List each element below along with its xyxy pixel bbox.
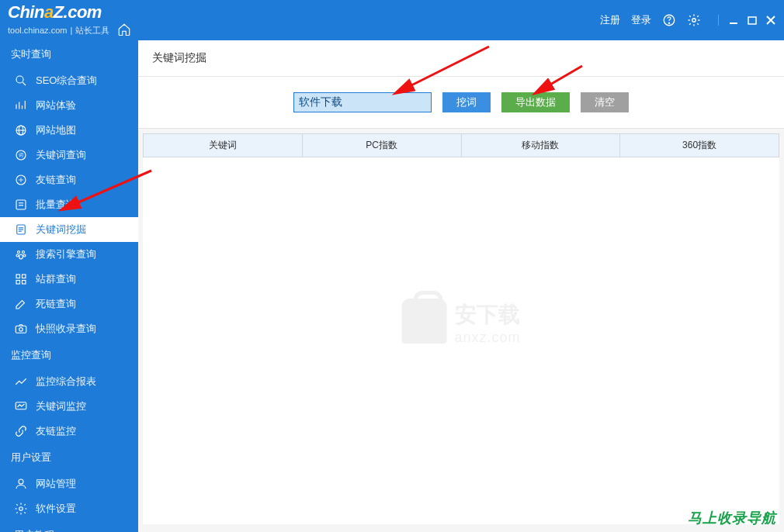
svg-rect-33 — [16, 281, 20, 285]
logo-subtitle: tool.chinaz.com | 站长工具 — [8, 22, 131, 39]
sidebar-item-label: 网站体验 — [36, 98, 76, 112]
register-link[interactable]: 注册 — [600, 13, 620, 27]
search-icon — [14, 74, 28, 88]
sidebar-item-label: 监控综合报表 — [36, 375, 96, 389]
sidebar-item-label: 关键词挖掘 — [36, 223, 86, 237]
svg-point-39 — [19, 507, 23, 511]
home-icon[interactable] — [117, 22, 131, 39]
svg-point-38 — [19, 479, 23, 484]
footer-nav-link[interactable]: 马上收录导航 — [688, 509, 776, 527]
sidebar-item-label: 死链查询 — [36, 297, 76, 311]
svg-point-27 — [23, 251, 25, 254]
settings-icon[interactable] — [687, 13, 701, 27]
sidebar: 实时查询 SEO综合查询 网站体验 网站地图 词关键词查询 友链查询 批量查询 … — [0, 40, 138, 532]
sidebar-item-search-engine[interactable]: 搜索引擎查询 — [0, 242, 138, 267]
sidebar-item-seo[interactable]: SEO综合查询 — [0, 68, 138, 93]
svg-rect-19 — [16, 200, 26, 209]
page-title: 关键词挖掘 — [138, 40, 784, 77]
link2-icon — [14, 424, 28, 438]
search-button[interactable]: 挖词 — [442, 92, 491, 112]
sidebar-item-software-settings[interactable]: 软件设置 — [0, 496, 138, 521]
sidebar-item-label: 网站地图 — [36, 123, 76, 137]
export-button[interactable]: 导出数据 — [501, 92, 570, 112]
svg-point-36 — [19, 328, 23, 332]
sidebar-item-sitemap[interactable]: 网站地图 — [0, 118, 138, 143]
sidebar-item-sitegroup[interactable]: 站群查询 — [0, 267, 138, 292]
watermark-en: anxz.com — [454, 330, 520, 346]
col-keyword[interactable]: 关键词 — [144, 134, 303, 157]
logo-text-suffix: Z.com — [54, 2, 102, 22]
sidebar-section-user: 用户设置 — [0, 444, 138, 472]
sidebar-item-label: 站群查询 — [36, 272, 76, 286]
document-icon — [14, 223, 28, 237]
sidebar-item-keyword-mining[interactable]: 关键词挖掘 — [0, 217, 138, 242]
chart-icon — [14, 375, 28, 389]
sidebar-item-label: 关键词监控 — [36, 399, 86, 413]
header-right: 注册 登录 — [600, 13, 776, 27]
user-icon — [14, 477, 28, 491]
svg-point-1 — [668, 22, 669, 23]
login-link[interactable]: 登录 — [631, 13, 651, 27]
monitor-icon — [14, 399, 28, 413]
svg-point-2 — [692, 19, 696, 22]
sidebar-section-monitor: 监控查询 — [0, 341, 138, 369]
col-pc-index[interactable]: PC指数 — [303, 134, 462, 157]
svg-point-26 — [18, 251, 20, 254]
gear-icon — [14, 502, 28, 516]
minimize-icon[interactable] — [728, 15, 739, 26]
svg-point-7 — [16, 76, 23, 83]
clear-button[interactable]: 清空 — [581, 92, 629, 112]
sidebar-item-batch[interactable]: 批量查询 — [0, 192, 138, 217]
sidebar-item-friendlink[interactable]: 友链查询 — [0, 168, 138, 192]
globe-icon — [14, 123, 28, 137]
main-content: 关键词挖掘 挖词 导出数据 清空 关键词 PC指数 移动指数 360指数 安下载… — [138, 40, 784, 532]
sidebar-item-experience[interactable]: 网站体验 — [0, 93, 138, 118]
svg-point-29 — [23, 254, 26, 257]
keyword-input[interactable] — [293, 92, 432, 112]
watermark: 安下载 anxz.com — [401, 299, 520, 347]
maximize-icon[interactable] — [747, 15, 758, 26]
table-header: 关键词 PC指数 移动指数 360指数 — [143, 133, 779, 157]
subtitle-text: 站长工具 — [75, 25, 109, 36]
sidebar-item-label: 批量查询 — [36, 198, 76, 212]
col-mobile-index[interactable]: 移动指数 — [462, 134, 621, 157]
sidebar-item-monitor-report[interactable]: 监控综合报表 — [0, 369, 138, 394]
sidebar-item-keyword-query[interactable]: 词关键词查询 — [0, 143, 138, 168]
sidebar-item-label: 快照收录查询 — [36, 322, 96, 336]
results-table: 关键词 PC指数 移动指数 360指数 安下载 anxz.com — [143, 133, 779, 524]
sidebar-item-snapshot[interactable]: 快照收录查询 — [0, 316, 138, 341]
sidebar-item-keyword-monitor[interactable]: 关键词监控 — [0, 394, 138, 419]
list-icon — [14, 198, 28, 212]
sidebar-section-realtime: 实时查询 — [0, 40, 138, 68]
svg-rect-35 — [16, 326, 26, 333]
sidebar-item-label: 软件设置 — [36, 502, 76, 516]
svg-point-30 — [19, 254, 23, 259]
table-body: 安下载 anxz.com — [143, 157, 779, 525]
svg-text:词: 词 — [19, 153, 23, 157]
edit-icon — [14, 297, 28, 311]
sidebar-item-label: 网站管理 — [36, 477, 76, 491]
sidebar-item-deadlink[interactable]: 死链查询 — [0, 292, 138, 316]
bars-icon — [14, 98, 28, 112]
close-icon[interactable] — [765, 15, 776, 26]
sidebar-item-label: 友链查询 — [36, 173, 76, 187]
lock-icon — [401, 299, 446, 344]
subdomain-text: tool.chinaz.com — [8, 26, 67, 35]
logo[interactable]: ChinaZ.com — [8, 2, 131, 22]
app-header: ChinaZ.com tool.chinaz.com | 站长工具 注册 登录 — [0, 0, 784, 40]
logo-text-prefix: Chin — [8, 2, 44, 22]
target-icon: 词 — [14, 148, 28, 162]
sidebar-item-label: 搜索引擎查询 — [36, 247, 96, 261]
sidebar-item-site-manage[interactable]: 网站管理 — [0, 472, 138, 496]
svg-point-28 — [16, 254, 19, 257]
paw-icon — [14, 247, 28, 261]
help-icon[interactable] — [662, 13, 676, 27]
camera-icon — [14, 322, 28, 336]
sidebar-item-friendlink-monitor[interactable]: 友链监控 — [0, 419, 138, 444]
toolbar: 挖词 导出数据 清空 — [138, 77, 784, 129]
link-icon — [14, 173, 28, 187]
grid-icon — [14, 272, 28, 286]
col-360-index[interactable]: 360指数 — [620, 134, 779, 157]
sidebar-item-tutorial[interactable]: 用户教程 — [0, 521, 138, 532]
svg-rect-31 — [16, 275, 20, 278]
